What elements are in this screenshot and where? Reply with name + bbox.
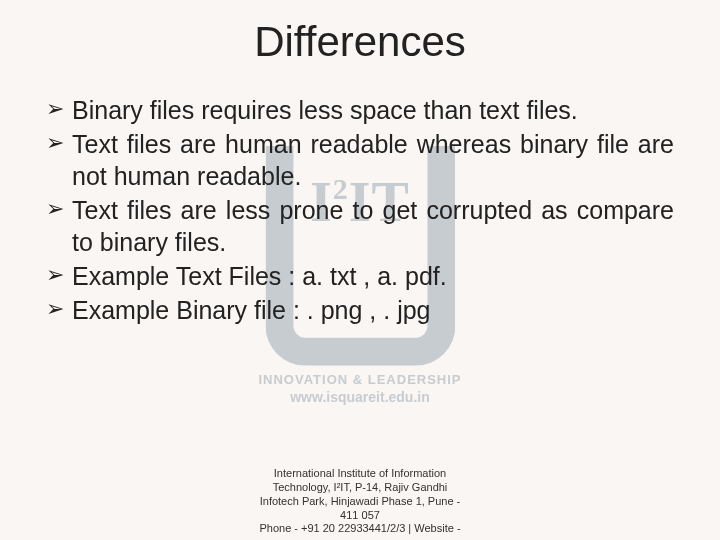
bullet-text: Example Text Files : a. txt , a. pdf. [72, 262, 447, 290]
slide-content: Differences Binary files requires less s… [0, 0, 720, 540]
bullet-text: Text files are human readable whereas bi… [72, 130, 674, 190]
list-item: Text files are human readable whereas bi… [46, 128, 674, 192]
footer-line: Phone - +91 20 22933441/2/3 | Website - [0, 522, 720, 536]
bullet-text: Example Binary file : . png , . jpg [72, 296, 431, 324]
list-item: Binary files requires less space than te… [46, 94, 674, 126]
list-item: Example Text Files : a. txt , a. pdf. [46, 260, 674, 292]
footer-line: International Institute of Information [0, 467, 720, 481]
footer-line: 411 057 [0, 509, 720, 523]
footer: International Institute of Information T… [0, 467, 720, 536]
page-title: Differences [46, 18, 674, 66]
list-item: Text files are less prone to get corrupt… [46, 194, 674, 258]
list-item: Example Binary file : . png , . jpg [46, 294, 674, 326]
footer-line: Technology, I²IT, P-14, Rajiv Gandhi [0, 481, 720, 495]
bullet-text: Text files are less prone to get corrupt… [72, 196, 674, 256]
bullet-text: Binary files requires less space than te… [72, 96, 578, 124]
footer-line: Infotech Park, Hinjawadi Phase 1, Pune - [0, 495, 720, 509]
bullet-list: Binary files requires less space than te… [46, 94, 674, 326]
